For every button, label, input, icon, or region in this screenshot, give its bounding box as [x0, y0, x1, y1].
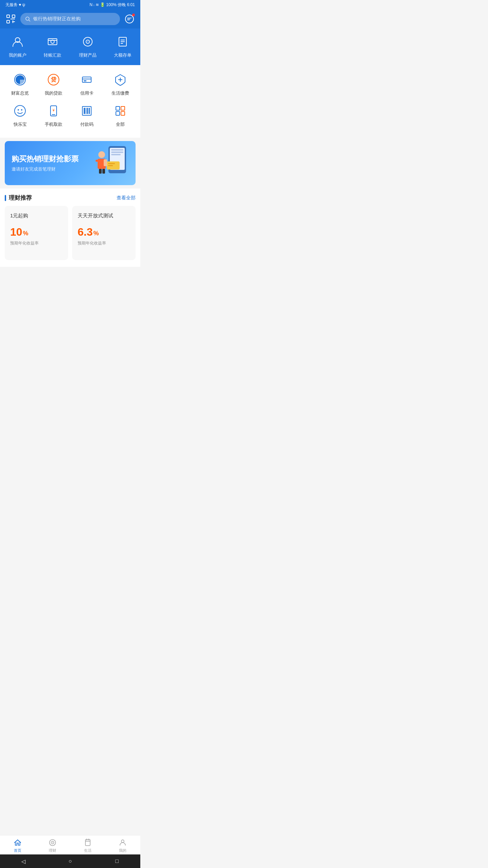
- svg-rect-35: [86, 108, 86, 114]
- bills-icon: +: [113, 72, 128, 87]
- product-rate-label-0: 预期年化收益率: [10, 240, 63, 246]
- product-rate-0: 10 %: [10, 226, 63, 238]
- svg-rect-1: [12, 15, 15, 18]
- withdraw-icon: ¥: [46, 103, 61, 119]
- product-card-1[interactable]: 天天开放式测试 6.3 % 预期年化收益率: [72, 206, 136, 260]
- credit-card-icon: [79, 72, 95, 87]
- svg-rect-34: [84, 108, 85, 114]
- wealth-overview-icon: [12, 72, 28, 87]
- section-title-text: 理财推荐: [9, 194, 32, 202]
- product-rate-label-1: 预期年化收益率: [78, 240, 130, 246]
- product-rate-1: 6.3 %: [78, 226, 130, 238]
- product-name-0: 1元起购: [10, 213, 63, 219]
- quick-item-kuaile[interactable]: 快乐宝: [3, 103, 37, 127]
- svg-rect-37: [89, 108, 90, 114]
- svg-rect-33: [82, 106, 91, 115]
- quick-label-withdraw: 手机取款: [45, 121, 62, 127]
- section-title-bar: [5, 195, 6, 201]
- svg-rect-53: [104, 159, 107, 166]
- quick-item-withdraw[interactable]: ¥ 手机取款: [37, 103, 70, 127]
- svg-rect-45: [111, 152, 123, 153]
- transfer-icon: [45, 34, 60, 50]
- quick-label-all: 全部: [116, 121, 125, 127]
- svg-text:¥: ¥: [52, 108, 55, 112]
- svg-rect-23: [82, 77, 91, 82]
- quick-row-2: 快乐宝 ¥ 手机取款: [3, 103, 137, 127]
- quick-item-wealth-overview[interactable]: 财富总览: [3, 72, 37, 96]
- banner-title: 购买热销理财抢影票: [12, 154, 79, 164]
- paycode-icon: [79, 103, 95, 119]
- svg-point-27: [15, 105, 25, 116]
- section-header: 理财推荐 查看全部: [0, 189, 140, 206]
- quick-label-bills: 生活缴费: [111, 90, 129, 96]
- svg-point-28: [18, 109, 19, 111]
- all-icon: [113, 103, 128, 119]
- nav-label-account: 我的账户: [9, 52, 26, 58]
- nav-item-transfer[interactable]: 转账汇款: [35, 34, 70, 58]
- quick-item-bills[interactable]: + 生活缴费: [104, 72, 137, 96]
- svg-rect-44: [111, 149, 123, 151]
- header: 银行热销理财正在抢购: [0, 9, 140, 28]
- top-nav: 我的账户 转账汇款 理财产品: [0, 28, 140, 65]
- nav-label-wealth: 理财产品: [79, 52, 97, 58]
- svg-point-29: [21, 109, 22, 111]
- deposit-icon: [115, 34, 130, 50]
- quick-label-loan: 我的贷款: [45, 90, 62, 96]
- quick-label-wealth-overview: 财富总览: [11, 90, 29, 96]
- nav-label-transfer: 转账汇款: [44, 52, 61, 58]
- message-badge: [132, 14, 135, 16]
- wealth-icon: [80, 34, 96, 50]
- search-bar[interactable]: 银行热销理财正在抢购: [20, 13, 120, 25]
- quick-menu: 财富总览 贷 我的贷款 信用卡: [0, 65, 140, 138]
- product-name-1: 天天开放式测试: [78, 213, 130, 219]
- scan-icon[interactable]: [5, 13, 17, 25]
- account-icon: [10, 34, 25, 50]
- status-bar: 无服务 ♥ ψ N ᵢ ≋ 🔋 100% 傍晚 6:01: [0, 0, 140, 9]
- svg-text:贷: 贷: [51, 76, 57, 82]
- svg-rect-41: [121, 112, 125, 115]
- svg-rect-49: [108, 165, 113, 166]
- svg-rect-48: [108, 163, 115, 164]
- svg-rect-0: [7, 15, 9, 18]
- section-more-link[interactable]: 查看全部: [117, 195, 136, 201]
- message-icon[interactable]: [123, 13, 136, 25]
- product-card-0[interactable]: 1元起购 10 % 预期年化收益率: [5, 206, 68, 260]
- svg-rect-39: [121, 106, 125, 110]
- banner-text: 购买热销理财抢影票 邀请好友完成首笔理财: [12, 154, 79, 172]
- nav-label-deposit: 大额存单: [114, 52, 131, 58]
- svg-rect-46: [111, 154, 121, 155]
- quick-item-paycode[interactable]: 付款码: [70, 103, 104, 127]
- svg-point-50: [98, 151, 105, 158]
- svg-rect-25: [84, 80, 86, 81]
- quick-label-kuaile: 快乐宝: [14, 121, 27, 127]
- svg-rect-52: [96, 160, 100, 162]
- quick-item-all[interactable]: 全部: [104, 103, 137, 127]
- svg-rect-36: [87, 108, 88, 114]
- banner[interactable]: 购买热销理财抢影票 邀请好友完成首笔理财: [5, 141, 136, 185]
- search-placeholder: 银行热销理财正在抢购: [33, 16, 81, 22]
- svg-rect-40: [116, 112, 120, 115]
- status-left: 无服务 ♥ ψ: [5, 2, 25, 8]
- quick-label-credit: 信用卡: [80, 90, 94, 96]
- svg-rect-38: [116, 106, 120, 110]
- loan-icon: 贷: [46, 72, 61, 87]
- svg-rect-2: [7, 20, 9, 23]
- banner-illustration: [88, 144, 129, 182]
- nav-item-account[interactable]: 我的账户: [0, 34, 35, 58]
- nav-item-deposit[interactable]: 大额存单: [105, 34, 141, 58]
- svg-rect-54: [99, 169, 102, 174]
- svg-line-7: [29, 20, 30, 21]
- quick-row-1: 财富总览 贷 我的贷款 信用卡: [3, 72, 137, 96]
- quick-item-loan[interactable]: 贷 我的贷款: [37, 72, 70, 96]
- quick-label-paycode: 付款码: [80, 121, 94, 127]
- product-cards: 1元起购 10 % 预期年化收益率 天天开放式测试 6.3 % 预期年化收益率: [0, 206, 140, 267]
- status-right: N ᵢ ≋ 🔋 100% 傍晚 6:01: [89, 2, 135, 8]
- banner-subtitle: 邀请好友完成首笔理财: [12, 166, 79, 172]
- nav-item-wealth[interactable]: 理财产品: [70, 34, 105, 58]
- svg-point-6: [26, 17, 29, 20]
- section-title: 理财推荐: [5, 194, 32, 202]
- svg-rect-10: [48, 39, 57, 45]
- svg-rect-55: [102, 169, 105, 174]
- kuaile-icon: [12, 103, 28, 119]
- quick-item-credit[interactable]: 信用卡: [70, 72, 104, 96]
